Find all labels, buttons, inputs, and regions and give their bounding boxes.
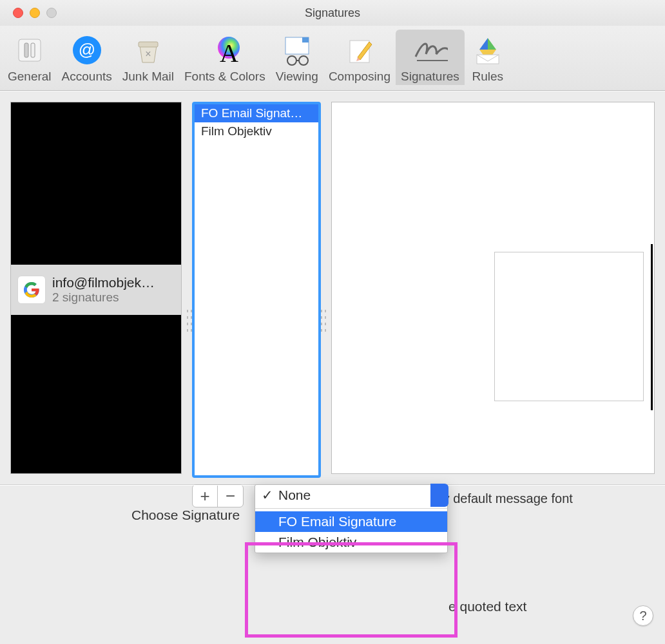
quoted-text-fragment: e quoted text [448,599,526,614]
svg-rect-0 [19,39,41,61]
signature-list[interactable]: FO Email Signat… Film Objektiv [192,102,321,478]
column-drag-handle[interactable] [186,308,193,334]
tab-composing[interactable]: Composing [323,30,396,85]
tab-signatures[interactable]: Signatures [396,30,465,85]
dropdown-option-film[interactable]: Film Objektiv [255,532,447,553]
text-cursor [651,244,653,410]
svg-point-11 [287,56,296,65]
titlebar: Signatures [0,0,665,26]
tab-accounts[interactable]: @ Accounts [57,30,117,85]
signature-list-wrap: FO Email Signat… Film Objektiv + − [192,102,321,474]
signature-item[interactable]: FO Email Signat… [195,104,318,122]
tab-label: Composing [329,70,390,84]
main-panel: info@filmobjek… 2 signatures FO Email Si… [0,91,665,485]
tab-fonts-colors[interactable]: A Fonts & Colors [179,30,271,85]
signature-item[interactable]: Film Objektiv [195,122,318,140]
image-placeholder [494,252,644,401]
svg-text:×: × [145,48,151,59]
svg-point-12 [299,56,308,65]
tab-junk-mail[interactable]: × Junk Mail [117,30,179,85]
svg-rect-1 [24,43,28,57]
tab-label: Junk Mail [122,70,174,84]
redacted-block [11,315,181,473]
rules-icon [470,32,506,68]
google-provider-icon [17,276,46,304]
svg-rect-2 [31,43,35,57]
tab-general[interactable]: General [3,30,57,85]
choose-signature-dropdown[interactable]: None FO Email Signature Film Objektiv [255,484,448,553]
account-email: info@filmobjek… [52,275,155,290]
svg-rect-10 [302,37,309,43]
signature-preview[interactable] [331,102,655,474]
redacted-block [11,102,181,265]
dropdown-option-fo[interactable]: FO Email Signature [255,511,447,532]
account-subtitle: 2 signatures [52,290,155,305]
composing-icon [342,32,378,68]
tab-label: Fonts & Colors [184,70,265,84]
signatures-icon [412,32,448,68]
account-row-selected[interactable]: info@filmobjek… 2 signatures [11,265,181,315]
preferences-toolbar: General @ Accounts × Junk Mail A Fonts &… [0,26,665,91]
viewing-icon [279,32,315,68]
column-drag-handle[interactable] [320,308,327,334]
tab-label: Signatures [401,70,459,84]
account-text: info@filmobjek… 2 signatures [52,275,155,305]
tab-rules[interactable]: Rules [465,30,511,85]
tab-label: Accounts [62,70,112,84]
tab-label: Viewing [276,70,318,84]
tab-label: General [8,70,52,84]
svg-text:@: @ [78,40,95,59]
tab-label: Rules [472,70,504,84]
svg-text:A: A [220,39,238,67]
fonts-colors-icon: A [207,32,243,68]
junk-mail-icon: × [130,32,166,68]
dropdown-separator [255,508,447,509]
svg-rect-5 [139,42,158,47]
general-icon [12,32,48,68]
window-title: Signatures [0,6,665,20]
bottom-panel: Choose Signature None FO Email Signature… [0,485,665,614]
accounts-list[interactable]: info@filmobjek… 2 signatures [10,102,182,474]
dropdown-option-none[interactable]: None [255,485,447,506]
help-button[interactable]: ? [633,605,653,626]
svg-rect-16 [477,55,499,64]
tab-viewing[interactable]: Viewing [271,30,323,85]
accounts-icon: @ [69,32,105,68]
choose-signature-label: Choose Signature [131,507,240,523]
